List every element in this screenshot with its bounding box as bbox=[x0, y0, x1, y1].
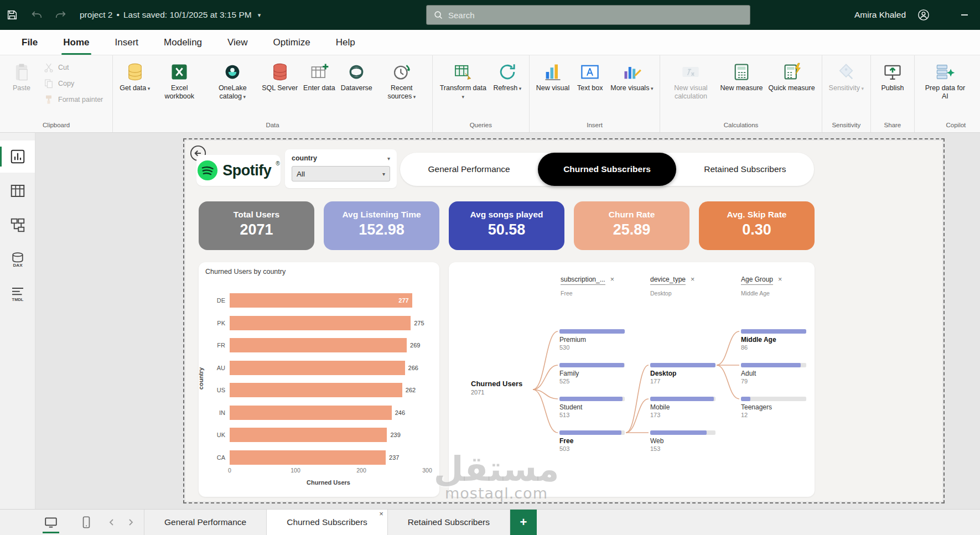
mobile-view-icon[interactable] bbox=[76, 510, 96, 535]
bar[interactable] bbox=[230, 406, 392, 420]
dashboard-tab-general-performance[interactable]: General Performance bbox=[400, 153, 538, 186]
dashboard-tab-churned-subscribers[interactable]: Churned Subscribers bbox=[538, 153, 676, 186]
project-title[interactable]: project 2 • Last saved: 10/1/2025 at 3:1… bbox=[80, 10, 261, 20]
bar[interactable] bbox=[230, 450, 386, 465]
bar[interactable] bbox=[230, 383, 402, 397]
undo-icon[interactable] bbox=[29, 7, 44, 23]
search-input[interactable] bbox=[448, 11, 743, 20]
prep-data-for-ai-button[interactable]: Prep data for AI bbox=[919, 59, 972, 102]
copy-button[interactable]: Copy bbox=[40, 76, 108, 91]
dashboard-tab-retained-subscribers[interactable]: Retained Subscribers bbox=[676, 153, 814, 186]
tree-node-student[interactable]: Student513 bbox=[559, 397, 625, 418]
tree-node-web[interactable]: Web153 bbox=[650, 430, 715, 452]
user-name[interactable]: Amira Khaled bbox=[854, 10, 906, 20]
tree-node-adult[interactable]: Adult79 bbox=[741, 363, 806, 385]
refresh-button[interactable]: Refresh ▾ bbox=[490, 59, 525, 94]
tree-node-label: Free bbox=[559, 437, 625, 445]
tree-node-mobile[interactable]: Mobile173 bbox=[650, 397, 715, 418]
quick-measure-button[interactable]: Quick measure bbox=[766, 59, 818, 94]
chevron-down-icon[interactable]: ▾ bbox=[387, 155, 390, 162]
menu-item-insert[interactable]: Insert bbox=[102, 30, 152, 55]
next-page-icon[interactable] bbox=[126, 518, 135, 527]
new-measure-icon bbox=[732, 61, 751, 82]
publish-button[interactable]: Publish bbox=[875, 59, 910, 94]
menu-item-optimize[interactable]: Optimize bbox=[261, 30, 323, 55]
tree-node-premium[interactable]: Premium530 bbox=[559, 329, 625, 351]
tree-field-name[interactable]: device_type bbox=[650, 276, 686, 285]
tree-level-header: subscription_...×Free bbox=[561, 276, 634, 297]
remove-level-icon[interactable]: × bbox=[691, 276, 694, 283]
sidebar-item-tmdl-view[interactable]: TMDL bbox=[0, 278, 35, 310]
remove-level-icon[interactable]: × bbox=[610, 276, 614, 283]
new-visual-calculation-button[interactable]: New visual calculation bbox=[664, 59, 717, 102]
desktop-view-icon[interactable] bbox=[41, 510, 61, 535]
page-tabs-bar: General PerformanceChurned Subscribers×R… bbox=[0, 509, 980, 535]
tree-node-free[interactable]: Free503 bbox=[559, 430, 625, 452]
cut-button[interactable]: Cut bbox=[40, 60, 108, 75]
tree-field-name[interactable]: subscription_... bbox=[561, 276, 605, 285]
get-data-button[interactable]: Get data ▾ bbox=[117, 59, 153, 94]
chart-title: Churned Users by country bbox=[205, 268, 286, 276]
text-box-button[interactable]: Text box bbox=[572, 59, 608, 94]
sidebar-item-model-view[interactable] bbox=[0, 209, 35, 241]
close-tab-icon[interactable]: × bbox=[379, 510, 383, 518]
tree-field-name[interactable]: Age Group bbox=[741, 276, 773, 285]
account-icon[interactable] bbox=[916, 7, 931, 23]
paste-button[interactable]: Paste bbox=[4, 59, 39, 94]
kpi-card-avg-songs-played[interactable]: Avg songs played50.58 bbox=[449, 201, 564, 250]
menu-item-home[interactable]: Home bbox=[50, 30, 102, 55]
tree-node-teenagers[interactable]: Teenagers12 bbox=[741, 397, 806, 418]
menu-item-file[interactable]: File bbox=[9, 30, 50, 55]
country-select[interactable]: All ▾ bbox=[292, 166, 390, 181]
kpi-card-churn-rate[interactable]: Churn Rate25.89 bbox=[574, 201, 689, 250]
bar[interactable] bbox=[230, 428, 387, 442]
tree-root-node[interactable]: Churned Users2071 bbox=[471, 380, 538, 396]
more-visuals-button[interactable]: More visuals ▾ bbox=[608, 59, 656, 94]
page-tab-churned-subscribers[interactable]: Churned Subscribers× bbox=[267, 510, 388, 535]
decomposition-tree-visual[interactable]: subscription_...×Freedevice_type×Desktop… bbox=[449, 262, 815, 497]
sql-server-button[interactable]: SQL Server bbox=[259, 59, 300, 94]
copy-icon bbox=[43, 78, 54, 89]
page-tab-retained-subscribers[interactable]: Retained Subscribers bbox=[388, 510, 510, 535]
bar[interactable] bbox=[230, 361, 405, 375]
format-painter-button[interactable]: Format painter bbox=[40, 92, 108, 107]
bar-chart-visual[interactable]: Churned Users by country DE277PK275FR269… bbox=[199, 262, 439, 497]
ribbon-group-label: Queries bbox=[437, 121, 525, 131]
report-canvas[interactable]: Spotify ® country ▾ All ▾ General Perfor… bbox=[35, 133, 980, 509]
transform-data-button[interactable]: Transform data ▾ bbox=[437, 59, 490, 102]
add-page-button[interactable]: + bbox=[510, 510, 537, 535]
search-bar[interactable] bbox=[426, 5, 750, 25]
remove-level-icon[interactable]: × bbox=[778, 276, 782, 283]
kpi-card-total-users[interactable]: Total Users2071 bbox=[199, 201, 314, 250]
bar[interactable] bbox=[230, 293, 412, 308]
dataverse-button[interactable]: Dataverse bbox=[338, 59, 375, 94]
sidebar-item-dax-query-view[interactable]: DAX bbox=[0, 243, 35, 276]
new-visual-button[interactable]: New visual bbox=[533, 59, 572, 94]
enter-data-button[interactable]: Enter data bbox=[300, 59, 338, 94]
menu-item-modeling[interactable]: Modeling bbox=[151, 30, 215, 55]
menu-item-help[interactable]: Help bbox=[323, 30, 368, 55]
menu-item-view[interactable]: View bbox=[215, 30, 261, 55]
sensitivity-button[interactable]: Sensitivity ▾ bbox=[826, 59, 867, 94]
dashboard-page[interactable]: Spotify ® country ▾ All ▾ General Perfor… bbox=[185, 141, 942, 501]
redo-icon[interactable] bbox=[53, 7, 69, 23]
sidebar-item-table-view[interactable] bbox=[0, 175, 35, 207]
excel-workbook-button[interactable]: Excel workbook bbox=[153, 59, 206, 102]
kpi-card-avg-listening-time[interactable]: Avg Listening Time152.98 bbox=[324, 201, 439, 250]
sidebar-item-report-view[interactable] bbox=[0, 141, 35, 173]
bar[interactable] bbox=[230, 316, 411, 330]
minimize-icon[interactable] bbox=[957, 7, 972, 23]
chevron-down-icon: ▾ bbox=[146, 86, 150, 91]
prev-page-icon[interactable] bbox=[107, 518, 116, 527]
save-icon[interactable] bbox=[4, 7, 20, 23]
bar[interactable] bbox=[230, 338, 407, 352]
page-tab-general-performance[interactable]: General Performance bbox=[144, 510, 267, 535]
onelake-catalog-button[interactable]: OneLake catalog ▾ bbox=[206, 59, 259, 102]
tree-node-middle-age[interactable]: Middle Age86 bbox=[741, 329, 806, 351]
tree-node-family[interactable]: Family525 bbox=[559, 363, 625, 385]
kpi-card-avg-skip-rate[interactable]: Avg. Skip Rate0.30 bbox=[699, 201, 815, 250]
kpi-title: Avg Listening Time bbox=[324, 210, 439, 220]
recent-sources-button[interactable]: Recent sources ▾ bbox=[375, 59, 428, 102]
new-measure-button[interactable]: New measure bbox=[717, 59, 765, 94]
tree-node-desktop[interactable]: Desktop177 bbox=[650, 363, 715, 385]
